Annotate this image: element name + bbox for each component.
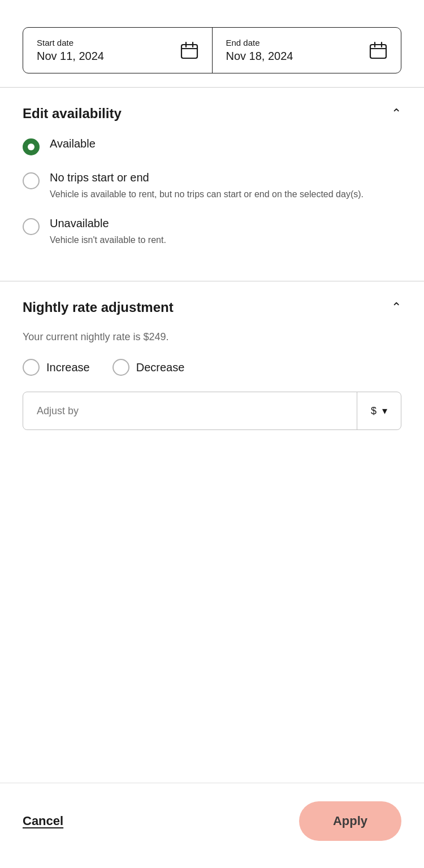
radio-available[interactable] [23,138,40,155]
cancel-button[interactable]: Cancel [23,814,63,828]
currency-dropdown[interactable]: $ ▾ [357,392,401,429]
edit-availability-chevron-icon: ⌃ [391,106,401,121]
availability-option-available[interactable]: Available [23,137,401,155]
edit-availability-section: Edit availability ⌃ Available No trips s… [0,88,424,281]
unavailable-description: Vehicle isn't available to rent. [50,233,166,247]
radio-decrease[interactable] [113,359,129,376]
start-calendar-icon [180,41,198,59]
end-date-value: Nov 18, 2024 [226,50,293,63]
availability-option-unavailable[interactable]: Unavailable Vehicle isn't available to r… [23,217,401,247]
start-date-field[interactable]: Start date Nov 11, 2024 [23,28,213,73]
radio-unavailable[interactable] [23,218,40,235]
currency-symbol: $ [371,405,377,417]
adjust-by-row[interactable]: $ ▾ [23,392,401,430]
dropdown-arrow-icon: ▾ [382,405,387,417]
adjust-by-input[interactable] [23,392,357,429]
svg-rect-0 [181,45,197,58]
nightly-rate-section: Nightly rate adjustment ⌃ Your current n… [0,281,424,466]
nightly-rate-header[interactable]: Nightly rate adjustment ⌃ [23,300,401,315]
end-date-label: End date [226,38,293,47]
nightly-rate-chevron-icon: ⌃ [391,300,401,315]
increase-label: Increase [46,361,90,374]
decrease-label: Decrease [136,361,185,374]
no-trips-label: No trips start or end [50,171,364,184]
edit-availability-header[interactable]: Edit availability ⌃ [23,106,401,121]
apply-button[interactable]: Apply [299,801,401,841]
radio-increase[interactable] [23,359,40,376]
edit-availability-title: Edit availability [23,106,122,121]
increase-decrease-row: Increase Decrease [23,359,401,376]
current-rate-text: Your current nightly rate is $249. [23,331,401,343]
date-picker[interactable]: Start date Nov 11, 2024 End date Nov 18,… [23,27,401,73]
nightly-rate-title: Nightly rate adjustment [23,300,174,315]
footer: Cancel Apply [0,783,424,868]
availability-option-no-trips[interactable]: No trips start or end Vehicle is availab… [23,171,401,201]
end-date-field[interactable]: End date Nov 18, 2024 [213,28,401,73]
svg-rect-4 [370,45,386,58]
start-date-value: Nov 11, 2024 [37,50,104,63]
increase-option[interactable]: Increase [23,359,90,376]
available-label: Available [50,137,96,150]
radio-no-trips[interactable] [23,172,40,189]
decrease-option[interactable]: Decrease [113,359,185,376]
start-date-label: Start date [37,38,104,47]
no-trips-description: Vehicle is available to rent, but no tri… [50,188,364,201]
end-calendar-icon [369,41,387,59]
unavailable-label: Unavailable [50,217,166,230]
